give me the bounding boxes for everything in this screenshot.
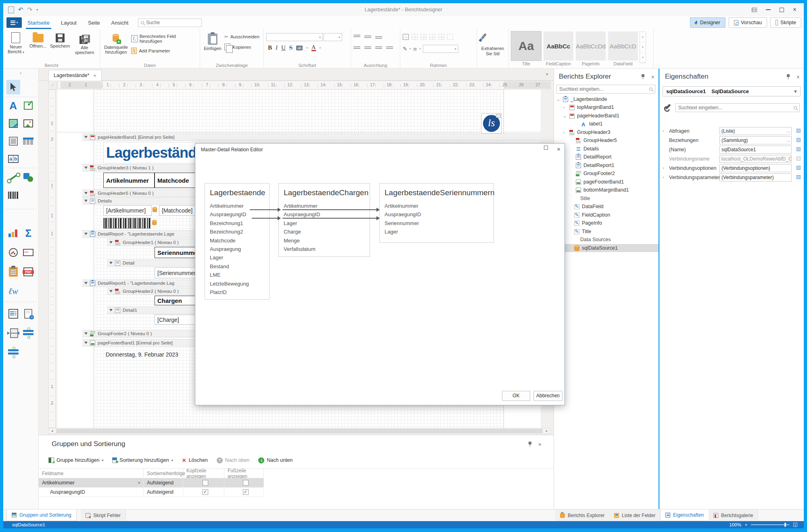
field-item[interactable]: Bestand — [210, 263, 269, 272]
label-tool[interactable]: A — [6, 98, 20, 113]
copy-button[interactable]: Kopieren — [224, 44, 259, 50]
property-expander-icon[interactable]: › — [663, 175, 664, 180]
richtext-tool[interactable] — [6, 116, 20, 131]
zoom-slider-thumb[interactable] — [784, 523, 786, 527]
band-collapse-icon[interactable] — [84, 192, 88, 194]
field-item[interactable]: Lager — [385, 229, 493, 237]
field-item[interactable]: Lager — [210, 255, 269, 263]
tree-item[interactable]: DataField — [554, 202, 659, 211]
band-collapse-icon[interactable] — [84, 342, 88, 344]
style-tile[interactable]: Aa Title — [511, 31, 541, 66]
field-item[interactable]: Verfallsdatum — [284, 246, 370, 255]
tree-item[interactable]: › topMarginBand1 — [554, 103, 659, 111]
tab-list-caret-icon[interactable]: ▾ — [546, 72, 548, 76]
paste-button[interactable]: Einfügen — [203, 31, 223, 51]
zoom-fit-icon[interactable]: 1 — [793, 523, 797, 527]
scroll-left-icon[interactable]: ◂ — [49, 428, 55, 434]
detail-table-chargen-list[interactable]: LagerbestaendeChargen ArtikelnummerAuspr… — [278, 183, 370, 257]
bottom-tab[interactable]: Skript Fehler — [81, 509, 126, 521]
delete-button[interactable]: ✕Löschen — [182, 457, 208, 463]
pageinfo-tool[interactable] — [21, 307, 35, 321]
document-tab[interactable]: Lagerbestände* × — [48, 70, 102, 81]
move-up-button[interactable]: ↑Nach oben — [217, 457, 249, 463]
field-item[interactable]: Artikelnummer — [284, 203, 370, 211]
bottom-tab[interactable]: Berichts Explorer — [555, 509, 610, 521]
font-size-combo[interactable]: ▾ — [324, 33, 342, 41]
tree-expander-icon[interactable]: › — [563, 105, 567, 110]
tree-item[interactable]: DetailReport — [554, 153, 659, 161]
property-expander-icon[interactable]: › — [663, 128, 664, 134]
new-report-button[interactable]: NeuerBericht ▾ — [6, 31, 26, 55]
zoom-level[interactable]: 100% — [730, 522, 741, 527]
column-header-feldname[interactable]: Feldname — [39, 469, 144, 478]
tree-expander-icon[interactable]: ⌄ — [556, 97, 560, 102]
band-collapse-icon[interactable] — [84, 282, 88, 284]
cut-button[interactable]: ✂Ausschneiden — [224, 34, 259, 40]
form-tool[interactable] — [6, 265, 20, 279]
tree-item[interactable]: ⌄ pageHeaderBand1 — [554, 112, 659, 120]
strikethrough-button[interactable]: S — [289, 44, 293, 51]
chart-tool[interactable] — [6, 226, 20, 240]
view-mode-button[interactable]: Designer — [690, 17, 725, 28]
property-value[interactable]: localhost_OLDemoReweAbfD_Co... — [719, 155, 792, 163]
pdf-tool[interactable] — [21, 265, 35, 279]
scroll-right-icon[interactable]: ▸ — [544, 428, 550, 434]
band-collapse-icon[interactable] — [109, 309, 113, 311]
tree-expander-icon[interactable]: ⌄ — [563, 113, 567, 119]
tree-item[interactable]: Data Sources — [554, 236, 659, 244]
kopfzeile-checkbox[interactable] — [203, 480, 208, 486]
tree-item[interactable]: Stile — [554, 194, 659, 202]
fusszeile-checkbox[interactable]: ✓ — [243, 489, 249, 495]
move-down-button[interactable]: ↓Nach unten — [258, 457, 293, 463]
dialog-close-icon[interactable]: × — [557, 146, 560, 152]
column-header-sortierreihenfolge[interactable]: Sortierreihenfolge — [144, 469, 183, 478]
bold-button[interactable]: B — [268, 44, 272, 51]
ruler-corner[interactable]: ⤢ — [48, 81, 56, 90]
open-button[interactable]: Öffnen... — [28, 31, 48, 48]
toc-tool[interactable] — [6, 307, 20, 321]
underline-button[interactable]: U — [281, 44, 286, 51]
band-collapse-icon[interactable] — [84, 167, 88, 169]
border-bottom-icon[interactable] — [438, 34, 444, 40]
tree-item[interactable]: Title — [554, 227, 659, 236]
ellipsis-button[interactable]: ... — [786, 138, 790, 142]
pin-icon[interactable] — [528, 442, 532, 447]
crossband-tool[interactable] — [6, 345, 20, 360]
field-item[interactable]: Charge — [284, 229, 370, 237]
property-expander-icon[interactable]: › — [663, 165, 664, 171]
tree-expander-icon[interactable]: › — [563, 130, 567, 135]
fusszeile-checkbox[interactable] — [243, 480, 249, 486]
property-value[interactable]: (Sammlung) — [719, 136, 792, 144]
group-row-auspraegungid[interactable]: AuspraegungID Aufsteigend ✓ ✓ — [39, 488, 264, 497]
property-value[interactable]: (Verbindungsoptionen) — [719, 164, 792, 172]
bottom-tab[interactable]: Berichtsgalerie — [709, 509, 758, 521]
scrollbar-thumb[interactable] — [56, 429, 543, 433]
property-row[interactable]: › Abfragen (Liste) ... — [660, 127, 804, 136]
align-middle-icon[interactable] — [364, 35, 371, 40]
view-mode-button[interactable]: Skripte — [770, 17, 801, 28]
view-mode-button[interactable]: Vorschau — [729, 17, 767, 28]
checkbox-tool[interactable] — [21, 98, 35, 113]
property-row[interactable]: Verbindungsname localhost_OLDemoReweAbfD… — [660, 155, 804, 163]
vertical-band-tool[interactable] — [21, 326, 35, 340]
bottom-tab[interactable]: Eigenschaften — [660, 509, 709, 521]
align-bottom-icon[interactable] — [375, 35, 382, 40]
kopfzeile-checkbox[interactable]: ✓ — [203, 489, 208, 495]
band-collapse-icon[interactable] — [84, 200, 88, 202]
band-collapse-icon[interactable] — [84, 332, 88, 335]
border-inside-icon[interactable] — [412, 34, 418, 40]
field-item[interactable]: LetzteBewegung — [210, 281, 269, 289]
picture-tool[interactable] — [21, 116, 35, 131]
italic-button[interactable]: I — [276, 44, 278, 51]
add-parameter-button[interactable]: !¡Add Parameter — [131, 48, 197, 54]
add-sorting-button[interactable]: Sortierung hinzufügen▾ — [112, 457, 173, 463]
cancel-button[interactable]: Abbrechen — [533, 391, 562, 401]
property-row[interactable]: › Verbindungsoptionen (Verbindungsoption… — [660, 164, 804, 173]
tree-item[interactable]: › GroupHeader3 — [554, 128, 659, 136]
panel-tool[interactable] — [6, 134, 20, 148]
band-collapse-icon[interactable] — [84, 136, 88, 138]
property-value[interactable]: (Liste) — [719, 127, 792, 135]
align-right-icon[interactable] — [375, 46, 382, 51]
tree-item[interactable]: sqlDataSource1 — [554, 244, 659, 252]
bottom-tab[interactable]: Gruppen und Sortierung — [6, 509, 77, 521]
